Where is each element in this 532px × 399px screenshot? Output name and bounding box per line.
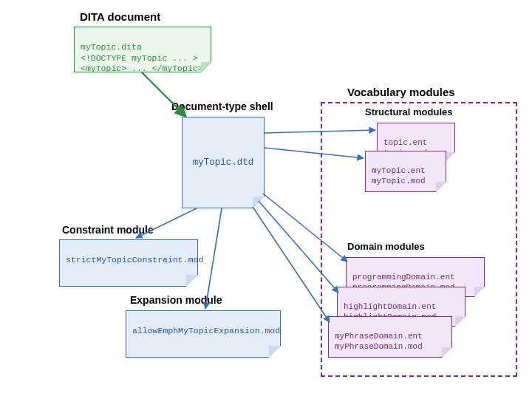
mytopic-mod: myTopic.mod (372, 177, 426, 185)
document-type-shell-file: myTopic.dtd (182, 117, 265, 208)
topic-ent: topic.ent (383, 138, 427, 147)
heading-document-type-shell: Document-type shell (171, 100, 273, 112)
expansion-filename: allowEmphMyTopicExpansion.mod (132, 326, 280, 335)
heading-dita-document: DITA document (80, 10, 160, 23)
page-fold-icon (253, 197, 265, 208)
heading-constraint-module: Constraint module (62, 224, 154, 236)
heading-vocabulary-modules: Vocabulary modules (347, 86, 455, 98)
constraint-filename: strictMyTopicConstraint.mod (66, 255, 203, 265)
arrow-shell-to-myphrase (253, 207, 330, 322)
myphrase-mod: myPhraseDomain.mod (335, 342, 423, 351)
dita-doctype-line: <!DOCTYPE myTopic ... > (81, 53, 198, 63)
dita-root-line: <myTopic> ... </myTopic> (81, 64, 203, 73)
dita-document-file: myTopic.dita <!DOCTYPE myTopic ... > <my… (74, 27, 211, 72)
programming-ent: programmingDomain.ent (352, 273, 455, 282)
page-fold-icon (445, 152, 455, 163)
domain-module-myphrase: myPhraseDomain.ent myPhraseDomain.mod (328, 316, 452, 358)
page-fold-icon (186, 275, 198, 287)
page-fold-icon (436, 182, 446, 192)
expansion-module-file: allowEmphMyTopicExpansion.mod (126, 310, 281, 358)
constraint-module-file: strictMyTopicConstraint.mod (59, 239, 198, 287)
myphrase-ent: myPhraseDomain.ent (335, 332, 423, 341)
shell-filename: myTopic.dtd (193, 157, 254, 169)
highlight-ent: highlightDomain.ent (344, 302, 436, 311)
page-fold-icon (455, 316, 466, 327)
mytopic-ent: myTopic.ent (372, 166, 426, 175)
heading-expansion-module: Expansion module (130, 294, 222, 306)
page-fold-icon (201, 62, 211, 72)
page-fold-icon (269, 346, 281, 358)
structural-module-mytopic: myTopic.ent myTopic.mod (365, 151, 446, 192)
page-fold-icon (474, 287, 485, 297)
dita-filename: myTopic.dita (81, 42, 142, 52)
diagram-canvas: DITA document Document-type shell Vocabu… (0, 0, 532, 399)
page-fold-icon (442, 347, 452, 358)
